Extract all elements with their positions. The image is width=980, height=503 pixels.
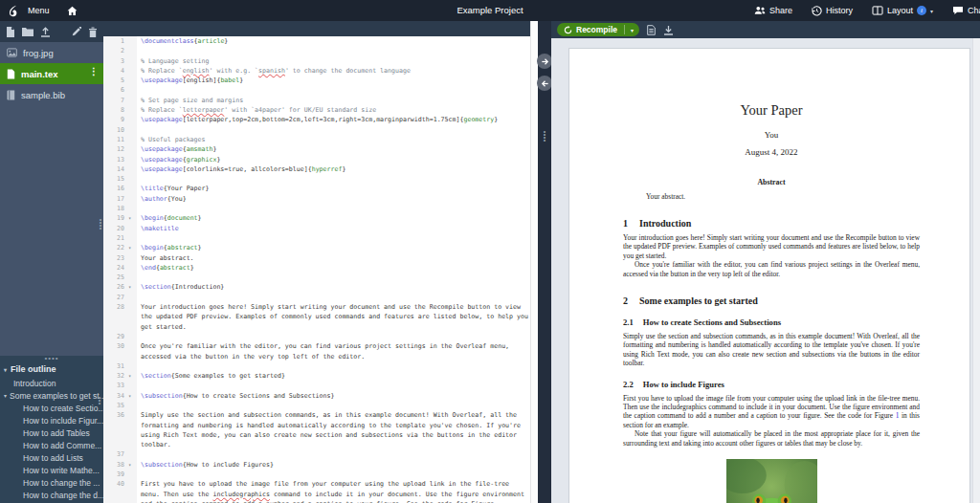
code-line-27[interactable]: 27 xyxy=(103,293,530,302)
code-line-3[interactable]: 3% Language setting xyxy=(103,56,530,66)
code-line-6[interactable]: 6 xyxy=(103,85,530,95)
pdf-preview-panel: Recompile ▾ Your Paper You August 4, 202… xyxy=(551,21,980,503)
code-line-13[interactable]: 13\usepackage{graphicx} xyxy=(103,155,530,164)
delete-icon[interactable] xyxy=(88,27,98,37)
code-line-38[interactable]: 38▾\subsection{How to include Figures} xyxy=(103,460,530,470)
code-line-31[interactable]: 31 xyxy=(103,361,530,371)
code-line-5[interactable]: 5\usepackage[english]{babel} xyxy=(103,76,530,85)
fold-caret-icon[interactable]: ▾ xyxy=(128,371,137,381)
new-folder-button[interactable] xyxy=(22,27,33,36)
code-line-2[interactable]: 2 xyxy=(103,46,530,55)
fold-gutter xyxy=(128,479,137,503)
code-editor[interactable]: 1\documentclass{article}2 3% Language se… xyxy=(103,36,530,503)
view-logs-icon[interactable] xyxy=(647,25,656,35)
line-number: 1 xyxy=(103,36,128,46)
file-menu-kebab-icon[interactable]: ⋮ xyxy=(89,66,99,77)
fold-caret-icon[interactable]: ▾ xyxy=(128,460,137,470)
code-line-23[interactable]: 23Your abstract. xyxy=(103,253,530,263)
code-line-4[interactable]: 4% Replace `english' with e.g. `spanish'… xyxy=(103,66,530,76)
download-pdf-icon[interactable] xyxy=(663,25,674,35)
code-line-17[interactable]: 17\author{You} xyxy=(103,194,530,204)
code-line-21[interactable]: 21 xyxy=(103,233,530,243)
pdf-section-1-number: 1 xyxy=(623,218,628,229)
history-button[interactable]: History xyxy=(802,0,862,21)
outline-item-label: Introduction xyxy=(13,379,56,388)
pdf-paragraph: Simply use the section and subsection co… xyxy=(623,332,920,368)
sidebar-resize-handle[interactable]: •••• xyxy=(98,218,103,230)
code-line-14[interactable]: 14\usepackage[colorlinks=true, allcolors… xyxy=(103,164,530,174)
sync-to-code-button[interactable] xyxy=(537,76,552,91)
outline-item[interactable]: How to add Tables xyxy=(0,426,103,439)
fold-caret-icon[interactable]: ▾ xyxy=(128,243,137,252)
new-file-button[interactable] xyxy=(6,27,15,37)
code-line-40[interactable]: 40First you have to upload the image fil… xyxy=(103,479,530,503)
home-button[interactable] xyxy=(58,0,86,21)
outline-item[interactable]: How to add Lists xyxy=(0,451,103,464)
code-line-36[interactable]: 36Simply use the section and subsection … xyxy=(103,410,530,449)
outline-item[interactable]: ▾Some examples to get st... xyxy=(0,389,103,402)
upload-button[interactable] xyxy=(40,27,51,37)
fold-caret-icon[interactable]: ▾ xyxy=(128,213,137,223)
code-line-28[interactable]: 28Your introduction goes here! Simply st… xyxy=(103,302,530,332)
line-number: 9 xyxy=(103,115,128,124)
fold-caret-icon[interactable]: ▾ xyxy=(128,282,137,292)
code-line-1[interactable]: 1\documentclass{article} xyxy=(103,36,530,46)
code-line-8[interactable]: 8% Replace `letterpaper' with `a4paper' … xyxy=(103,105,530,115)
sync-to-pdf-button[interactable] xyxy=(537,54,552,69)
rename-icon[interactable] xyxy=(72,27,81,36)
code-line-25[interactable]: 25 xyxy=(103,273,530,282)
outline-header[interactable]: ▾ File outline xyxy=(0,362,103,377)
menu-button[interactable]: Menu xyxy=(19,0,58,21)
outline-item[interactable]: How to create Sectio... xyxy=(0,402,103,414)
outline-item[interactable]: How to add Comme... xyxy=(0,439,103,451)
outline-resize-handle[interactable]: •••• xyxy=(0,356,103,362)
code-line-19[interactable]: 19▾\begin{document} xyxy=(103,213,530,223)
code-line-35[interactable]: 35 xyxy=(103,401,530,410)
outline-right-resize-handle[interactable]: ••• xyxy=(97,396,102,405)
code-line-39[interactable]: 39 xyxy=(103,470,530,479)
code-line-10[interactable]: 10 xyxy=(103,125,530,135)
pdf-subsection-2-2-title: How to include Figures xyxy=(643,380,724,389)
code-line-37[interactable]: 37 xyxy=(103,449,530,459)
panel-divider[interactable]: •••• xyxy=(538,21,551,503)
outline-item[interactable]: How to change the ... xyxy=(0,476,103,489)
divider-drag-handle[interactable]: •••• xyxy=(542,130,547,142)
code-line-24[interactable]: 24\end{abstract} xyxy=(103,263,530,273)
line-number: 40 xyxy=(103,479,128,503)
recompile-options-caret[interactable]: ▾ xyxy=(625,23,639,36)
outline-item[interactable]: How to write Mathe... xyxy=(0,464,103,476)
file-item-sample.bib[interactable]: sample.bib xyxy=(0,84,103,105)
code-line-7[interactable]: 7% Set page size and margins xyxy=(103,96,530,105)
code-line-29[interactable]: 29 xyxy=(103,332,530,341)
file-item-main.tex[interactable]: main.tex⋮ xyxy=(0,63,103,84)
fold-gutter xyxy=(128,56,137,66)
code-line-20[interactable]: 20\maketitle xyxy=(103,224,530,233)
file-item-frog.jpg[interactable]: frog.jpg xyxy=(0,42,103,63)
layout-button[interactable]: Layout i ▾ xyxy=(862,0,943,21)
code-line-12[interactable]: 12\usepackage{amsmath} xyxy=(103,144,530,154)
code-line-32[interactable]: 32▾\section{Some examples to get started… xyxy=(103,371,530,381)
outline-item[interactable]: How to include Figur... xyxy=(0,414,103,426)
editor-scrollbar[interactable] xyxy=(530,21,538,503)
outline-item[interactable]: Introduction xyxy=(0,377,103,389)
code-line-26[interactable]: 26▾\section{Introduction} xyxy=(103,282,530,292)
code-line-16[interactable]: 16\title{Your Paper} xyxy=(103,184,530,193)
pdf-scrollbar[interactable] xyxy=(972,38,980,503)
code-line-11[interactable]: 11% Useful packages xyxy=(103,135,530,144)
outline-item[interactable]: How to change the d... xyxy=(0,489,103,501)
recompile-button[interactable]: Recompile xyxy=(557,23,624,36)
pdf-viewport[interactable]: Your Paper You August 4, 2022 Abstract Y… xyxy=(551,38,980,503)
code-line-15[interactable]: 15 xyxy=(103,174,530,184)
fold-gutter xyxy=(128,194,137,204)
fold-caret-icon[interactable]: ▾ xyxy=(128,391,137,401)
share-button[interactable]: Share xyxy=(745,0,802,21)
code-line-33[interactable]: 33 xyxy=(103,381,530,390)
code-line-30[interactable]: 30Once you're familiar with the editor, … xyxy=(103,341,530,361)
project-title: Example Project xyxy=(457,0,523,21)
code-line-9[interactable]: 9\usepackage[letterpaper,top=2cm,bottom=… xyxy=(103,115,530,124)
code-line-18[interactable]: 18 xyxy=(103,204,530,213)
code-line-34[interactable]: 34▾\subsection{How to create Sections an… xyxy=(103,391,530,401)
code-line-22[interactable]: 22▾\begin{abstract} xyxy=(103,243,530,252)
code-text: \author{You} xyxy=(137,194,530,204)
chat-button[interactable]: Chat xyxy=(943,0,980,21)
